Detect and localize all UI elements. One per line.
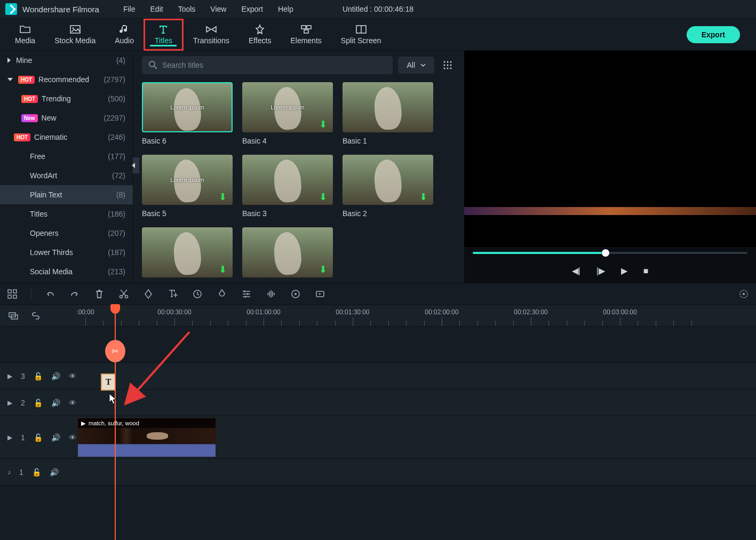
- sidebar-item-social-media[interactable]: Social Media (213): [0, 262, 133, 281]
- filter-dropdown[interactable]: All: [398, 57, 434, 74]
- track-video-2[interactable]: ▶ 2 🔓 🔊 👁 T: [0, 390, 756, 416]
- mute-icon[interactable]: 🔊: [51, 433, 60, 442]
- download-icon[interactable]: [319, 118, 329, 128]
- tab-transitions[interactable]: Transitions: [184, 19, 239, 51]
- menu-export[interactable]: Export: [241, 5, 262, 13]
- mute-icon[interactable]: 🔊: [51, 399, 60, 407]
- ruler-label: 00:03:00:00: [603, 308, 636, 316]
- menu-view[interactable]: View: [210, 5, 226, 13]
- menu-help[interactable]: Help: [278, 5, 293, 13]
- crop-button[interactable]: [142, 288, 154, 300]
- speed-button[interactable]: [192, 288, 203, 300]
- svg-point-1: [72, 27, 74, 29]
- sidebar-item-openers[interactable]: Openers (207): [0, 224, 133, 243]
- lock-icon[interactable]: 🔓: [34, 433, 43, 442]
- export-button[interactable]: Export: [687, 26, 740, 43]
- search-input[interactable]: Search titles: [142, 56, 393, 74]
- tab-split-screen[interactable]: Split Screen: [331, 19, 391, 51]
- tab-audio[interactable]: Audio: [105, 19, 144, 51]
- sidebar-item-plain-text[interactable]: Plain Text (8): [0, 185, 133, 204]
- tab-stock-media[interactable]: Stock Media: [45, 19, 105, 51]
- sidebar-item-trending[interactable]: HOT Trending (500): [0, 89, 133, 108]
- category-sidebar[interactable]: Mine (4) HOT Recommended (2797) HOT Tren…: [0, 51, 133, 283]
- mouse-cursor: [108, 393, 119, 406]
- sidebar-collapse-handle[interactable]: [133, 157, 139, 173]
- mute-icon[interactable]: 🔊: [50, 468, 59, 477]
- track-manager-icon[interactable]: [7, 310, 19, 322]
- render-button[interactable]: [314, 288, 326, 300]
- keyframe-button[interactable]: [290, 288, 301, 300]
- download-icon[interactable]: [319, 264, 329, 273]
- playhead[interactable]: [110, 304, 120, 314]
- title-card[interactable]: Basic 2: [343, 155, 433, 218]
- next-frame-button[interactable]: |▶: [596, 266, 605, 276]
- color-button[interactable]: [216, 288, 228, 300]
- lock-icon[interactable]: 🔓: [34, 372, 43, 380]
- layout-icon[interactable]: [6, 288, 18, 300]
- menu-tools[interactable]: Tools: [178, 5, 196, 13]
- svg-line-8: [154, 66, 157, 69]
- download-icon[interactable]: [219, 264, 228, 273]
- preview-canvas[interactable]: [464, 51, 756, 247]
- title-card[interactable]: Basic 7: [142, 227, 233, 283]
- svg-point-22: [120, 296, 123, 298]
- preview-slider[interactable]: [464, 247, 756, 259]
- sidebar-item-titles[interactable]: Titles (186): [0, 204, 133, 224]
- undo-button[interactable]: [44, 288, 56, 300]
- title-card[interactable]: Basic 1: [343, 82, 433, 145]
- track-video-1[interactable]: ▶ 1 🔓 🔊 👁 ▶ match, sulfur, wood: [0, 416, 756, 459]
- svg-point-17: [450, 68, 452, 69]
- title-card[interactable]: Lorem ipsumBasic 6: [142, 82, 233, 145]
- svg-point-29: [743, 293, 745, 295]
- svg-rect-18: [8, 290, 11, 293]
- tab-elements[interactable]: Elements: [281, 19, 331, 51]
- sidebar-item-new[interactable]: New New (2297): [0, 108, 133, 128]
- title-card[interactable]: Basic 3: [242, 155, 333, 218]
- cut-button[interactable]: [118, 288, 130, 300]
- sidebar-item-cinematic[interactable]: HOT Cinematic (246): [0, 128, 133, 147]
- lock-icon[interactable]: 🔓: [32, 468, 41, 477]
- title-clip[interactable]: T: [101, 374, 116, 391]
- title-card[interactable]: Basic 8: [242, 227, 333, 283]
- lock-icon[interactable]: 🔓: [34, 399, 43, 407]
- stop-button[interactable]: ■: [643, 266, 649, 276]
- grid-view-toggle[interactable]: [440, 57, 456, 73]
- title-card[interactable]: Lorem ipsumBasic 4: [242, 82, 333, 145]
- sidebar-item-recommended[interactable]: HOT Recommended (2797): [0, 70, 133, 89]
- adjust-button[interactable]: [241, 288, 252, 300]
- new-badge: New: [21, 114, 38, 122]
- svg-rect-20: [8, 295, 11, 298]
- tab-effects[interactable]: Effects: [239, 19, 281, 51]
- audio-track-icon: ♪: [7, 468, 11, 476]
- download-icon[interactable]: [319, 191, 329, 201]
- delete-button[interactable]: [93, 288, 105, 300]
- mute-icon[interactable]: 🔊: [51, 372, 60, 380]
- sidebar-item-wordart[interactable]: WordArt (72): [0, 166, 133, 185]
- video-track-icon: ▶: [7, 399, 12, 407]
- title-card[interactable]: Lorem ipsumBasic 5: [142, 155, 233, 218]
- tab-titles[interactable]: Titles: [144, 19, 184, 51]
- link-icon[interactable]: [30, 310, 42, 322]
- prev-frame-button[interactable]: ◀|: [572, 266, 580, 276]
- collapse-icon: [7, 78, 13, 81]
- timeline-settings-button[interactable]: [738, 288, 750, 300]
- download-icon[interactable]: [419, 191, 429, 201]
- tab-media[interactable]: Media: [5, 19, 45, 51]
- play-button[interactable]: ▶: [621, 266, 627, 276]
- sidebar-item-mine[interactable]: Mine (4): [0, 51, 133, 70]
- menu-edit[interactable]: Edit: [150, 5, 163, 13]
- visibility-icon[interactable]: 👁: [69, 433, 76, 442]
- visibility-icon[interactable]: 👁: [69, 372, 76, 380]
- video-clip[interactable]: ▶ match, sulfur, wood: [77, 418, 216, 456]
- sidebar-item-free[interactable]: Free (177): [0, 147, 133, 166]
- sidebar-item-lower-thirds[interactable]: Lower Thirds (187): [0, 243, 133, 262]
- audio-tool-button[interactable]: [265, 288, 277, 300]
- project-title: Untitled : 00:00:46:18: [343, 5, 413, 13]
- add-text-button[interactable]: [167, 288, 179, 300]
- menu-file[interactable]: File: [123, 5, 136, 13]
- download-icon[interactable]: [219, 191, 228, 201]
- visibility-icon[interactable]: 👁: [69, 399, 76, 407]
- track-audio-1[interactable]: ♪ 1 🔓 🔊: [0, 459, 756, 486]
- elements-icon: [300, 25, 312, 34]
- redo-button[interactable]: [69, 288, 81, 300]
